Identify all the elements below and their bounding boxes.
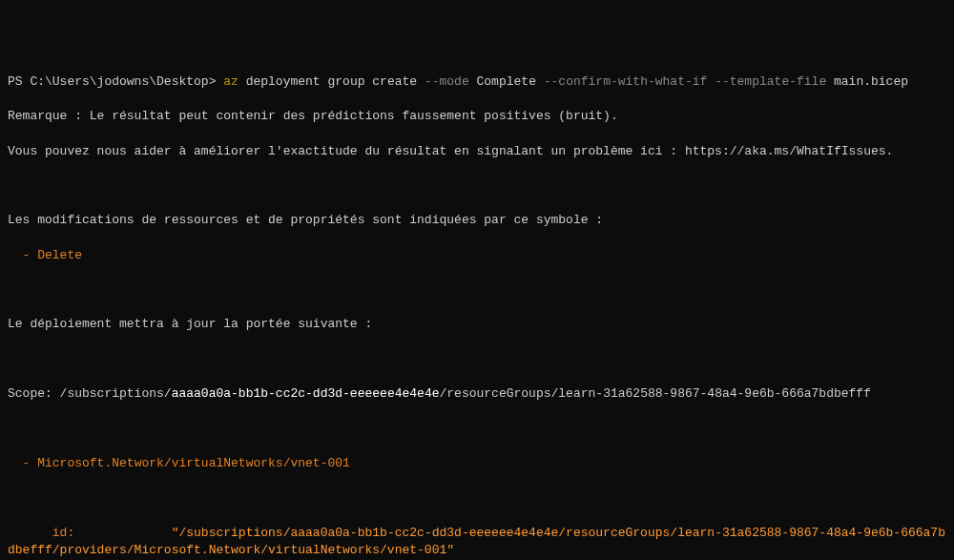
scope-intro: Le déploiement mettra à jour la portée s…: [8, 316, 946, 333]
blank-line: [8, 489, 946, 507]
delete-label: Delete: [37, 248, 82, 262]
prompt-path: PS C:\Users\jodowns\Desktop>: [8, 74, 223, 89]
blank-line: [8, 281, 946, 299]
remark-line-1: Remarque : Le résultat peut contenir des…: [8, 108, 946, 125]
blank-line: [8, 177, 946, 195]
cmd-mode-flag: --mode: [425, 74, 469, 89]
modifications-header: Les modifications de ressources et de pr…: [8, 212, 946, 229]
resource1-id: id: "/subscriptions/aaaa0a0a-bb1b-cc2c-d…: [8, 525, 946, 559]
resource1-header: - Microsoft.Network/virtualNetworks/vnet…: [8, 455, 946, 472]
cmd-file-value: main.bicep: [826, 74, 908, 89]
scope-line: Scope: /subscriptions/aaaa0a0a-bb1b-cc2c…: [8, 385, 946, 403]
delete-symbol-line: - Delete: [8, 247, 946, 264]
scope-label: Scope: /subscriptions/: [8, 386, 172, 401]
delete-dash: -: [8, 248, 37, 262]
blank-line: [8, 351, 946, 368]
cmd-confirm-flag: --confirm-with-what-if --template-file: [544, 74, 826, 89]
cmd-az: az: [223, 74, 238, 89]
id-label: id:: [8, 526, 172, 540]
remark-line-2: Vous pouvez nous aider à améliorer l'exa…: [8, 143, 946, 160]
cmd-mode-value: Complete: [469, 74, 544, 89]
scope-resource-group: /resourceGroups/learn-31a62588-9867-48a4…: [440, 386, 871, 401]
command-prompt-line: PS C:\Users\jodowns\Desktop> az deployme…: [8, 73, 946, 91]
cmd-deployment: deployment group create: [238, 74, 425, 89]
scope-subscription: aaaa0a0a-bb1b-cc2c-dd3d-eeeeee4e4e4e: [172, 386, 440, 401]
blank-line: [8, 421, 946, 438]
